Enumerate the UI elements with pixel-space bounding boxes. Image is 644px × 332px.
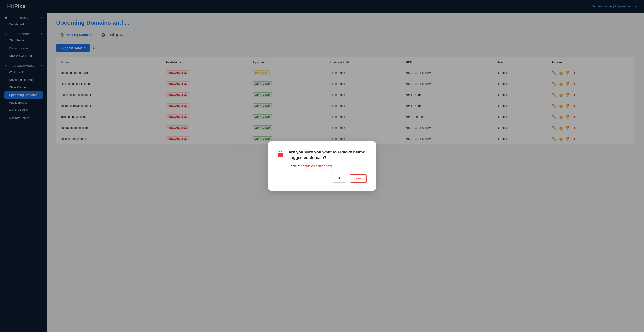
- modal-domain-line: Domain: artstudioresource.com: [277, 164, 367, 168]
- yes-button[interactable]: Yes: [350, 174, 367, 182]
- modal-title: Are you sure you want to remove below su…: [288, 150, 367, 160]
- modal-buttons: No Yes: [277, 174, 367, 182]
- trash-icon: 🗑: [277, 150, 284, 158]
- no-button[interactable]: No: [332, 174, 347, 182]
- confirm-modal: 🗑 Are you sure you want to remove below …: [268, 141, 376, 191]
- modal-header: 🗑 Are you sure you want to remove below …: [277, 150, 367, 160]
- modal-overlay: 🗑 Are you sure you want to remove below …: [0, 0, 644, 332]
- domain-value: artstudioresource.com: [301, 164, 332, 168]
- domain-label: Domain:: [288, 164, 300, 168]
